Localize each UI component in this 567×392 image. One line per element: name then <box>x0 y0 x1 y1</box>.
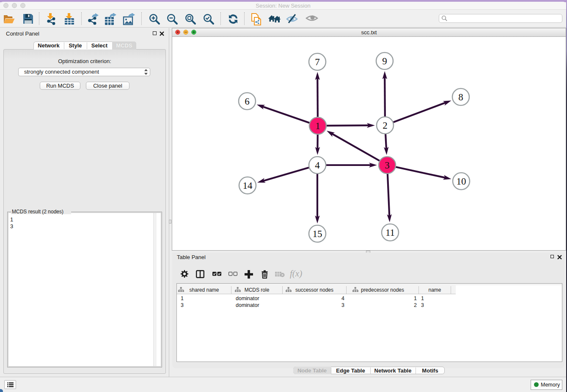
svg-text:7: 7 <box>315 57 320 67</box>
svg-text:2: 2 <box>383 120 388 131</box>
svg-text:3: 3 <box>385 160 390 171</box>
svg-text:9: 9 <box>382 56 387 66</box>
svg-text:4: 4 <box>315 160 320 171</box>
svg-text:11: 11 <box>385 227 395 238</box>
svg-text:14: 14 <box>243 180 253 191</box>
svg-text:1: 1 <box>315 121 320 131</box>
svg-text:6: 6 <box>245 96 250 107</box>
svg-text:8: 8 <box>458 92 463 102</box>
svg-text:10: 10 <box>457 176 466 187</box>
svg-text:15: 15 <box>313 229 322 239</box>
